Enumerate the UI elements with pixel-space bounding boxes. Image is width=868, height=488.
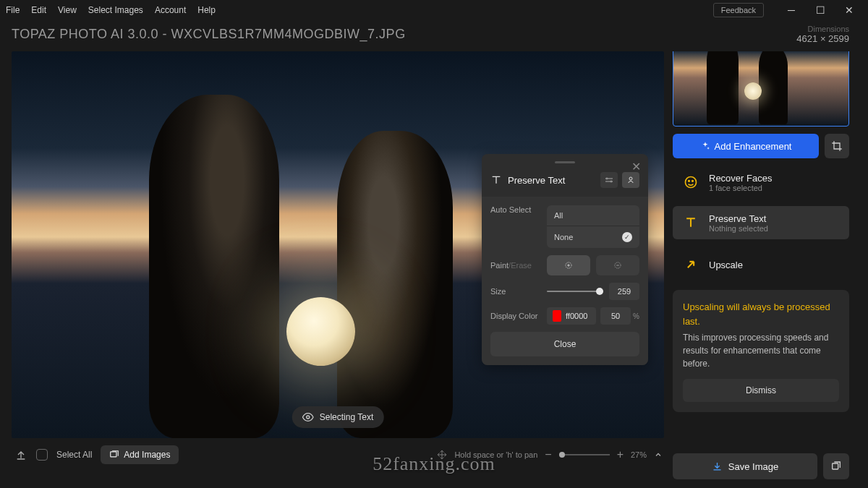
color-swatch (553, 310, 561, 322)
add-enhancement-button[interactable]: Add Enhancement (673, 134, 819, 158)
zoom-value: 27% (631, 450, 647, 459)
color-input[interactable]: ff0000 (547, 307, 596, 325)
svg-point-2 (610, 181, 612, 182)
selecting-text-pill[interactable]: Selecting Text (292, 406, 384, 428)
face-icon (680, 171, 702, 193)
sidebar-item-label: Recover Faces (709, 173, 842, 184)
opacity-input[interactable]: 50 (600, 307, 631, 325)
crop-button[interactable] (825, 134, 849, 158)
crop-icon (831, 140, 843, 152)
text-icon (490, 174, 502, 186)
header: TOPAZ PHOTO AI 3.0.0 - WXCVLBS1R7MM4MOGD… (0, 20, 868, 51)
zoom-in-icon[interactable]: + (617, 448, 624, 461)
notice-body: This improves processing speeds and resu… (683, 331, 839, 370)
auto-select-all[interactable]: All (547, 205, 639, 226)
image-content (337, 131, 453, 438)
preserve-text-panel: ✕ Preserve Text Auto Select All (482, 154, 648, 365)
svg-point-3 (629, 177, 632, 180)
auto-select-none[interactable]: None ✓ (547, 226, 639, 248)
feedback-button[interactable]: Feedback (713, 3, 764, 17)
display-color-label: Display Color (490, 312, 547, 320)
upload-icon[interactable] (14, 448, 27, 461)
sidebar-item-label: Upscale (709, 260, 743, 270)
percent-label: % (633, 312, 639, 320)
svg-point-8 (689, 181, 690, 182)
image-thumbnail[interactable]: ⋮ (673, 51, 849, 127)
auto-select-label: Auto Select (490, 205, 547, 214)
paint-button[interactable] (547, 255, 590, 275)
size-label: Size (490, 287, 547, 296)
panel-close-icon[interactable]: ✕ (631, 160, 641, 174)
menu-view[interactable]: View (58, 5, 77, 15)
sidebar-item-recover-faces[interactable]: Recover Faces 1 face selected (673, 166, 849, 199)
sidebar: ⋮ Add Enhancement Recover Faces 1 face s… (665, 51, 856, 487)
close-button[interactable]: ✕ (836, 0, 862, 20)
app-title: TOPAZ PHOTO AI 3.0.0 - WXCVLBS1R7MM4MOGD… (12, 27, 406, 42)
selecting-text-label: Selecting Text (320, 412, 374, 422)
window-controls: Feedback ─ ☐ ✕ (713, 0, 862, 20)
image-canvas[interactable]: Selecting Text ✕ Preserve Text Auto Sele… (12, 51, 664, 438)
panel-settings-icon[interactable] (600, 172, 618, 188)
size-slider[interactable] (547, 291, 603, 292)
dimensions-value: 4621 × 2599 (796, 33, 849, 44)
sidebar-item-preserve-text[interactable]: Preserve Text Nothing selected (673, 206, 849, 239)
panel-drag-handle[interactable] (555, 161, 575, 163)
paint-erase-label: Paint/Erase (490, 261, 547, 270)
add-images-button[interactable]: Add Images (101, 445, 179, 464)
bottom-bar: Select All Add Images Hold space or 'h' … (12, 438, 665, 471)
dimensions-label: Dimensions (796, 25, 849, 33)
panel-title: Preserve Text (508, 175, 595, 186)
menu-file[interactable]: File (6, 5, 20, 15)
sidebar-item-label: Preserve Text (709, 213, 842, 224)
move-icon (437, 450, 447, 460)
sparkle-icon (700, 141, 710, 151)
sidebar-item-upscale[interactable]: Upscale (673, 247, 849, 283)
pan-hint: Hold space or 'h' to pan (454, 450, 537, 459)
svg-point-0 (307, 416, 310, 419)
upscale-icon (680, 254, 702, 275)
check-icon: ✓ (622, 232, 632, 242)
zoom-out-icon[interactable]: − (545, 448, 551, 461)
menu-select-images[interactable]: Select Images (88, 5, 143, 15)
size-value[interactable]: 259 (609, 283, 639, 300)
export-button[interactable] (823, 453, 849, 479)
minimize-button[interactable]: ─ (778, 0, 804, 20)
images-icon (109, 450, 119, 460)
image-content (149, 95, 279, 438)
svg-rect-6 (111, 452, 116, 457)
image-content (286, 297, 355, 366)
svg-point-1 (606, 178, 608, 179)
save-icon (712, 461, 723, 472)
zoom-slider[interactable] (559, 454, 610, 455)
menu-account[interactable]: Account (155, 5, 186, 15)
main-menu: File Edit View Select Images Account Hel… (6, 5, 216, 15)
zoom-expand-icon[interactable] (654, 450, 663, 459)
title-bar: File Edit View Select Images Account Hel… (0, 0, 868, 20)
upscale-notice: Upscaling will always be processed last.… (673, 290, 849, 412)
sidebar-item-sublabel: 1 face selected (709, 184, 842, 192)
sidebar-item-sublabel: Nothing selected (709, 224, 842, 233)
select-all-label[interactable]: Select All (56, 450, 92, 460)
menu-edit[interactable]: Edit (31, 5, 46, 15)
select-all-checkbox[interactable] (36, 449, 48, 461)
save-image-button[interactable]: Save Image (673, 453, 817, 479)
menu-help[interactable]: Help (197, 5, 216, 15)
erase-button[interactable] (596, 255, 639, 275)
dimensions-block: Dimensions 4621 × 2599 (796, 25, 849, 44)
svg-point-7 (686, 177, 697, 188)
svg-point-9 (692, 181, 694, 182)
text-icon (680, 212, 702, 234)
panel-mask-icon[interactable] (622, 172, 639, 188)
dismiss-button[interactable]: Dismiss (683, 379, 839, 402)
export-icon (830, 461, 842, 472)
svg-rect-10 (833, 463, 838, 469)
maximize-button[interactable]: ☐ (807, 0, 833, 20)
panel-close-button[interactable]: Close (490, 332, 639, 356)
notice-title: Upscaling will always be processed last. (683, 300, 839, 328)
eye-icon (302, 411, 314, 423)
